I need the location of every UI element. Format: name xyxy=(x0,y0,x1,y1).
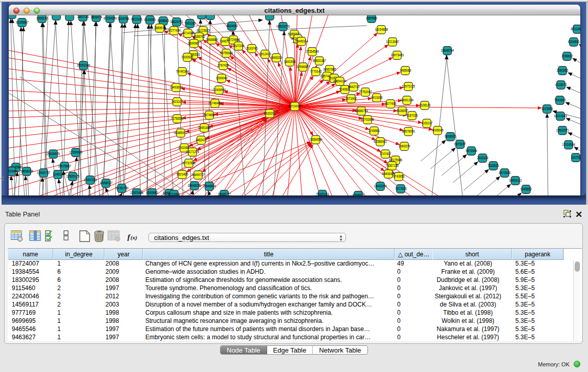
svg-text:29053346: 29053346 xyxy=(77,63,90,67)
svg-text:37996507: 37996507 xyxy=(296,65,310,69)
svg-text:86578091: 86578091 xyxy=(402,129,415,133)
svg-text:8708317: 8708317 xyxy=(353,193,364,195)
svg-text:53755646: 53755646 xyxy=(220,51,233,55)
svg-text:1627204: 1627204 xyxy=(233,44,245,48)
svg-text:0842710: 0842710 xyxy=(348,85,360,89)
svg-text:55886753: 55886753 xyxy=(355,109,368,113)
svg-text:2933114: 2933114 xyxy=(477,156,489,160)
svg-text:80112805: 80112805 xyxy=(571,27,580,31)
svg-text:(x): (x) xyxy=(130,234,137,241)
svg-text:9636057: 9636057 xyxy=(397,109,408,113)
svg-text:17359924: 17359924 xyxy=(69,150,82,154)
svg-text:65648236: 65648236 xyxy=(188,184,201,187)
svg-text:2260256: 2260256 xyxy=(557,69,569,72)
svg-text:80831367: 80831367 xyxy=(313,59,326,62)
svg-text:10973493: 10973493 xyxy=(390,53,404,57)
svg-text:114519: 114519 xyxy=(53,172,63,176)
svg-text:1399049: 1399049 xyxy=(216,76,228,80)
svg-text:1824493: 1824493 xyxy=(226,24,238,28)
svg-text:55698169: 55698169 xyxy=(20,169,33,173)
svg-text:13493618: 13493618 xyxy=(169,85,183,89)
svg-text:76320163: 76320163 xyxy=(316,192,329,195)
svg-text:6658760: 6658760 xyxy=(193,35,205,38)
svg-text:1491905: 1491905 xyxy=(284,60,296,63)
svg-text:7485063: 7485063 xyxy=(400,69,411,72)
svg-text:16210643: 16210643 xyxy=(554,114,567,118)
svg-text:10654112: 10654112 xyxy=(509,179,522,182)
svg-text:9245652: 9245652 xyxy=(520,187,532,191)
svg-text:4216073: 4216073 xyxy=(555,83,567,86)
svg-text:3747407: 3747407 xyxy=(380,152,391,156)
svg-text:7770143: 7770143 xyxy=(310,70,322,73)
svg-text:7193745: 7193745 xyxy=(246,47,258,50)
svg-text:1671902: 1671902 xyxy=(345,97,357,100)
svg-text:16548754: 16548754 xyxy=(441,49,454,52)
svg-text:9474444: 9474444 xyxy=(466,149,477,152)
svg-text:01429401: 01429401 xyxy=(9,169,18,173)
svg-text:6204505: 6204505 xyxy=(568,40,580,43)
svg-text:49894134: 49894134 xyxy=(333,79,346,83)
svg-text:6193990: 6193990 xyxy=(144,18,156,21)
svg-text:2787429: 2787429 xyxy=(217,63,229,67)
svg-text:20206576: 20206576 xyxy=(47,152,60,156)
svg-text:36995777: 36995777 xyxy=(217,192,231,195)
svg-text:1065133: 1065133 xyxy=(36,16,48,20)
svg-text:12213967: 12213967 xyxy=(386,40,399,43)
svg-text:71906594: 71906594 xyxy=(212,88,226,92)
svg-text:99091334: 99091334 xyxy=(400,98,413,102)
svg-text:2421024: 2421024 xyxy=(171,100,183,103)
svg-text:71756551: 71756551 xyxy=(170,117,184,120)
svg-text:12505175: 12505175 xyxy=(66,174,79,178)
svg-text:16782759: 16782759 xyxy=(115,186,128,190)
svg-text:3482477: 3482477 xyxy=(195,138,207,142)
svg-text:10958127: 10958127 xyxy=(99,181,113,185)
svg-text:71746488: 71746488 xyxy=(208,101,222,105)
svg-text:7889579: 7889579 xyxy=(154,26,166,30)
svg-text:74367136: 74367136 xyxy=(385,164,399,167)
svg-text:7917693: 7917693 xyxy=(395,187,407,190)
svg-text:15451680: 15451680 xyxy=(198,126,211,129)
svg-text:5009788: 5009788 xyxy=(118,17,129,20)
svg-text:4060883: 4060883 xyxy=(146,191,158,194)
svg-text:9413186: 9413186 xyxy=(371,96,383,99)
svg-text:8938923: 8938923 xyxy=(445,135,456,138)
svg-text:1745961: 1745961 xyxy=(368,129,380,133)
svg-text:00524278: 00524278 xyxy=(276,25,290,28)
svg-text:13433200: 13433200 xyxy=(374,184,387,188)
svg-text:76945314: 76945314 xyxy=(295,39,308,43)
svg-text:81223623: 81223623 xyxy=(197,29,210,32)
svg-text:8677496: 8677496 xyxy=(385,102,397,105)
svg-text:87277434: 87277434 xyxy=(167,29,181,32)
svg-text:60385977: 60385977 xyxy=(174,131,187,135)
svg-text:13171274: 13171274 xyxy=(186,150,199,154)
svg-text:19384554: 19384554 xyxy=(309,138,322,141)
svg-text:2830203: 2830203 xyxy=(264,112,276,115)
svg-text:3158692: 3158692 xyxy=(561,54,573,58)
svg-text:5674680: 5674680 xyxy=(204,113,215,117)
svg-text:0812191: 0812191 xyxy=(131,17,143,21)
svg-text:29946804: 29946804 xyxy=(203,184,216,188)
svg-text:9743953: 9743953 xyxy=(393,174,405,178)
svg-text:8471626: 8471626 xyxy=(499,171,511,174)
svg-text:116753: 116753 xyxy=(571,156,580,159)
svg-text:0330923: 0330923 xyxy=(182,55,193,59)
svg-text:34957885: 34957885 xyxy=(323,68,336,71)
svg-text:8721489: 8721489 xyxy=(168,192,180,195)
svg-text:2606474: 2606474 xyxy=(91,15,102,19)
svg-text:34624751: 34624751 xyxy=(170,20,183,24)
svg-text:3267736: 3267736 xyxy=(77,15,89,18)
svg-text:7543303: 7543303 xyxy=(554,98,566,102)
svg-text:3215958: 3215958 xyxy=(541,107,553,111)
svg-text:17692971: 17692971 xyxy=(556,128,569,132)
svg-text:62729806: 62729806 xyxy=(227,38,240,41)
svg-text:9821465: 9821465 xyxy=(177,172,188,176)
svg-text:9912419: 9912419 xyxy=(259,52,271,56)
svg-text:5466889: 5466889 xyxy=(206,38,218,41)
svg-text:16154838: 16154838 xyxy=(375,28,388,31)
svg-text:18724007: 18724007 xyxy=(288,104,301,108)
svg-text:4316117: 4316117 xyxy=(421,121,433,125)
svg-text:34714345: 34714345 xyxy=(181,31,194,35)
svg-text:62702895: 62702895 xyxy=(361,118,374,121)
svg-text:19975857: 19975857 xyxy=(58,164,71,168)
svg-text:2328120: 2328120 xyxy=(419,103,431,107)
